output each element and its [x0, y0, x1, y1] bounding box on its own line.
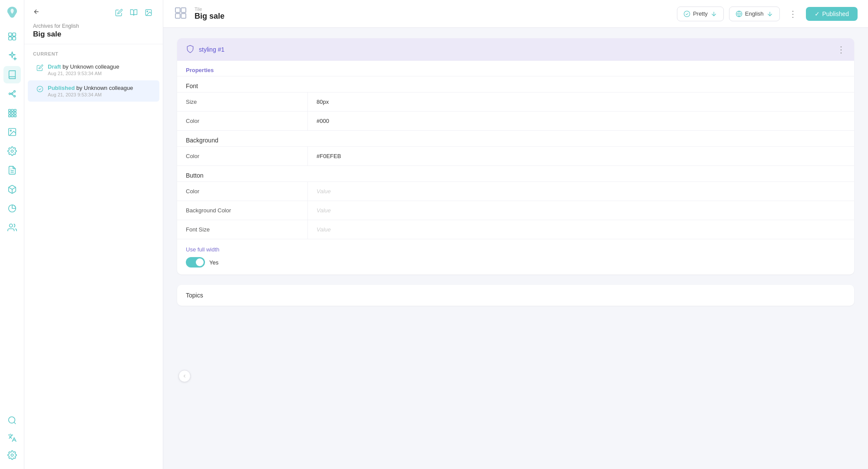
toggle-row: Yes [186, 257, 845, 268]
topbar-title: Big sale [195, 12, 670, 21]
svg-point-29 [147, 11, 148, 12]
svg-rect-8 [8, 109, 10, 112]
nav-translate[interactable] [3, 429, 21, 446]
svg-rect-12 [11, 112, 13, 114]
english-button[interactable]: English [729, 7, 780, 21]
sidebar-header: Archives for English Big sale [24, 0, 163, 44]
svg-point-6 [13, 96, 15, 97]
nav-settings[interactable] [3, 142, 21, 160]
svg-rect-11 [8, 112, 10, 114]
btn-font-size-label: Font Size [177, 220, 307, 239]
published-label-text: Published [822, 10, 849, 17]
view-icon-button[interactable] [128, 7, 139, 20]
color-value[interactable]: #000 [307, 112, 854, 130]
svg-line-26 [14, 422, 16, 424]
svg-point-27 [11, 454, 13, 456]
svg-point-35 [684, 11, 690, 17]
nav-chart[interactable] [3, 200, 21, 217]
topbar: Tile Big sale Pretty English ⋮ ✓ Publish… [163, 0, 868, 28]
edit-icon-button[interactable] [113, 7, 125, 20]
sidebar-item-published-title: Published by Unknown colleague [48, 85, 133, 91]
more-options-button[interactable]: ⋮ [785, 7, 801, 21]
draft-bold-label: Draft [48, 63, 61, 70]
btn-font-size-value[interactable]: Value [307, 220, 854, 239]
sidebar-item-draft[interactable]: Draft by Unknown colleague Aug 21, 2023 … [28, 59, 159, 80]
image-icon-button[interactable] [143, 7, 154, 20]
topics-card: Topics [177, 285, 854, 306]
svg-rect-1 [12, 33, 15, 36]
svg-rect-13 [14, 112, 16, 114]
topbar-actions: Pretty English ⋮ ✓ Published [677, 7, 858, 21]
btn-color-value[interactable]: Value [307, 182, 854, 201]
btn-bg-color-row: Background Color Value [177, 201, 854, 220]
sidebar-item-published-content: Published by Unknown colleague Aug 21, 2… [48, 85, 133, 97]
nav-gear[interactable] [3, 446, 21, 464]
draft-rest-label: by Unknown colleague [61, 63, 119, 70]
btn-bg-color-value[interactable]: Value [307, 201, 854, 220]
styling-card: styling #1 ⋮ Properties Font Size 80px C… [177, 38, 854, 274]
svg-rect-10 [14, 109, 16, 112]
color-row: Color #000 [177, 111, 854, 130]
svg-point-24 [9, 224, 12, 227]
svg-point-4 [9, 93, 10, 95]
sidebar-item-draft-title: Draft by Unknown colleague [48, 63, 119, 70]
nav-sparkle[interactable] [3, 47, 21, 64]
size-row: Size 80px [177, 92, 854, 111]
styling-card-header-left: styling #1 [186, 45, 224, 55]
topics-section: Topics [177, 285, 854, 306]
size-label: Size [177, 92, 307, 111]
english-label: English [745, 10, 764, 17]
size-value[interactable]: 80px [307, 92, 854, 111]
toggle-switch[interactable] [186, 257, 205, 268]
svg-point-30 [37, 86, 43, 92]
svg-rect-15 [11, 115, 13, 117]
nav-grid-squares[interactable] [3, 104, 21, 122]
bg-color-label: Color [177, 147, 307, 165]
svg-rect-0 [8, 33, 11, 36]
sidebar: Archives for English Big sale Current Dr… [24, 0, 163, 469]
published-rest-label: by Unknown colleague [75, 85, 133, 91]
sidebar-collapse-button[interactable] [178, 370, 191, 382]
svg-point-18 [10, 130, 11, 131]
styling-more-button[interactable]: ⋮ [837, 44, 845, 55]
svg-rect-14 [8, 115, 10, 117]
published-button[interactable]: ✓ Published [806, 7, 858, 21]
pretty-label: Pretty [693, 10, 708, 17]
sidebar-back-button[interactable] [33, 8, 40, 15]
properties-header: Properties [177, 61, 854, 76]
bg-color-value[interactable]: #F0EFEB [307, 147, 854, 165]
btn-color-row: Color Value [177, 182, 854, 201]
nav-dashboard[interactable] [3, 28, 21, 45]
main-panel: Tile Big sale Pretty English ⋮ ✓ Publish… [163, 0, 868, 469]
toggle-yes-label: Yes [209, 259, 218, 266]
svg-point-7 [11, 93, 13, 95]
nav-search[interactable] [3, 412, 21, 429]
svg-rect-3 [12, 37, 15, 40]
svg-rect-9 [11, 109, 13, 112]
published-check: ✓ [815, 10, 820, 17]
styling-card-title: styling #1 [199, 46, 224, 53]
styling-card-header: styling #1 ⋮ [177, 38, 854, 61]
svg-point-19 [11, 150, 13, 152]
use-full-width-label: Use full width [186, 246, 845, 253]
sidebar-item-published[interactable]: Published by Unknown colleague Aug 21, 2… [28, 80, 159, 102]
tile-icon [174, 6, 188, 21]
sidebar-item-draft-date: Aug 21, 2023 9:53:34 AM [48, 71, 119, 76]
nav-book[interactable] [3, 66, 21, 83]
svg-point-5 [13, 91, 15, 92]
nav-image[interactable] [3, 123, 21, 141]
nav-bottom [3, 412, 21, 464]
nav-nodes[interactable] [3, 85, 21, 102]
nav-box[interactable] [3, 181, 21, 198]
nav-doc[interactable] [3, 162, 21, 179]
sidebar-current-label: Current [24, 44, 163, 59]
sidebar-item-draft-content: Draft by Unknown colleague Aug 21, 2023 … [48, 63, 119, 76]
sidebar-title: Big sale [33, 30, 154, 39]
color-label: Color [177, 112, 307, 130]
sidebar-breadcrumb: Archives for English [33, 23, 154, 29]
properties-section: Properties Font Size 80px Color #000 Bac… [177, 61, 854, 274]
nav-users[interactable] [3, 219, 21, 236]
use-full-width-section: Use full width Yes [177, 239, 854, 274]
svg-rect-34 [181, 13, 186, 18]
pretty-button[interactable]: Pretty [677, 7, 724, 21]
